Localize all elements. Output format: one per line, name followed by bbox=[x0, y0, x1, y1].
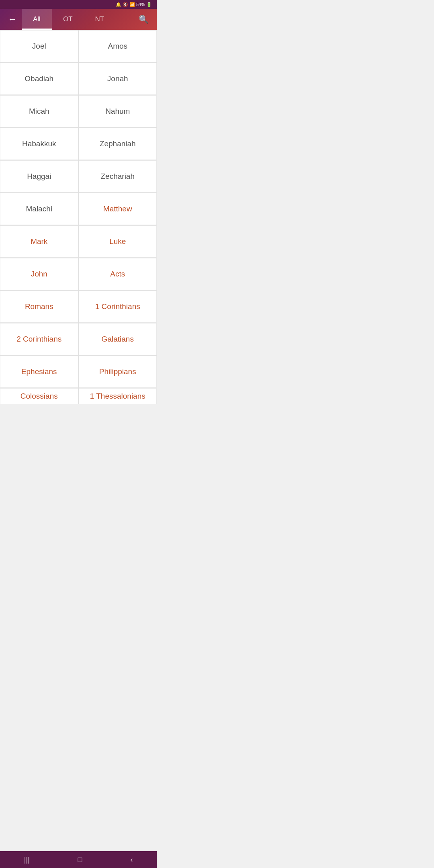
book-cell-ephesians[interactable]: Ephesians bbox=[0, 356, 78, 388]
book-cell-zephaniah[interactable]: Zephaniah bbox=[79, 128, 157, 160]
book-label: Haggai bbox=[27, 172, 51, 181]
book-cell-joel[interactable]: Joel bbox=[0, 30, 78, 62]
book-list: JoelAmosObadiahJonahMicahNahumHabakkukZe… bbox=[0, 30, 157, 404]
book-label: Zechariah bbox=[101, 172, 135, 181]
book-cell-1-corinthians[interactable]: 1 Corinthians bbox=[79, 291, 157, 323]
book-cell-habakkuk[interactable]: Habakkuk bbox=[0, 128, 78, 160]
book-cell-nahum[interactable]: Nahum bbox=[79, 95, 157, 127]
book-cell-philippians[interactable]: Philippians bbox=[79, 356, 157, 388]
book-label: Ephesians bbox=[21, 367, 57, 376]
book-cell-john[interactable]: John bbox=[0, 258, 78, 290]
tab-ot[interactable]: OT bbox=[52, 9, 84, 30]
book-cell-1-thessalonians[interactable]: 1 Thessalonians bbox=[79, 388, 157, 404]
book-cell-obadiah[interactable]: Obadiah bbox=[0, 63, 78, 95]
book-cell-mark[interactable]: Mark bbox=[0, 225, 78, 258]
book-label: Philippians bbox=[99, 367, 136, 376]
book-cell-zechariah[interactable]: Zechariah bbox=[79, 160, 157, 192]
battery-icon: 🔔 🔇 📶 54% 🔋 bbox=[116, 2, 152, 7]
book-cell-acts[interactable]: Acts bbox=[79, 258, 157, 290]
header: ← All OT NT 🔍 bbox=[0, 9, 157, 30]
book-cell-luke[interactable]: Luke bbox=[79, 225, 157, 258]
book-label: Jonah bbox=[107, 74, 128, 83]
tab-nt[interactable]: NT bbox=[84, 9, 116, 30]
book-label: Nahum bbox=[105, 107, 130, 116]
book-label: 1 Thessalonians bbox=[90, 392, 145, 401]
book-label: Zephaniah bbox=[100, 139, 136, 148]
search-button[interactable]: 🔍 bbox=[134, 11, 154, 27]
book-label: Galatians bbox=[102, 335, 134, 344]
book-label: John bbox=[31, 270, 47, 278]
book-label: Matthew bbox=[103, 205, 132, 213]
book-label: Acts bbox=[110, 270, 125, 278]
book-cell-micah[interactable]: Micah bbox=[0, 95, 78, 127]
book-cell-haggai[interactable]: Haggai bbox=[0, 160, 78, 192]
book-cell-matthew[interactable]: Matthew bbox=[79, 193, 157, 225]
book-label: Amos bbox=[108, 42, 127, 51]
book-cell-jonah[interactable]: Jonah bbox=[79, 63, 157, 95]
book-label: Colossians bbox=[20, 392, 58, 401]
book-label: 2 Corinthians bbox=[16, 335, 61, 344]
book-cell-amos[interactable]: Amos bbox=[79, 30, 157, 62]
book-label: Joel bbox=[32, 42, 46, 51]
book-label: Obadiah bbox=[25, 74, 53, 83]
status-bar: 🔔 🔇 📶 54% 🔋 bbox=[0, 0, 157, 9]
book-label: Micah bbox=[29, 107, 49, 116]
book-cell-malachi[interactable]: Malachi bbox=[0, 193, 78, 225]
book-cell-galatians[interactable]: Galatians bbox=[79, 323, 157, 355]
book-label: Habakkuk bbox=[22, 139, 56, 148]
tab-all[interactable]: All bbox=[22, 9, 52, 30]
book-label: Luke bbox=[109, 237, 126, 246]
tab-bar: All OT NT bbox=[22, 9, 134, 30]
book-label: Malachi bbox=[26, 205, 52, 213]
book-label: 1 Corinthians bbox=[95, 302, 140, 311]
book-cell-romans[interactable]: Romans bbox=[0, 291, 78, 323]
book-label: Romans bbox=[25, 302, 53, 311]
book-cell-2-corinthians[interactable]: 2 Corinthians bbox=[0, 323, 78, 355]
back-button[interactable]: ← bbox=[3, 11, 22, 28]
book-label: Mark bbox=[31, 237, 47, 246]
status-battery: 🔔 🔇 📶 54% 🔋 bbox=[116, 2, 152, 7]
book-cell-colossians[interactable]: Colossians bbox=[0, 388, 78, 404]
